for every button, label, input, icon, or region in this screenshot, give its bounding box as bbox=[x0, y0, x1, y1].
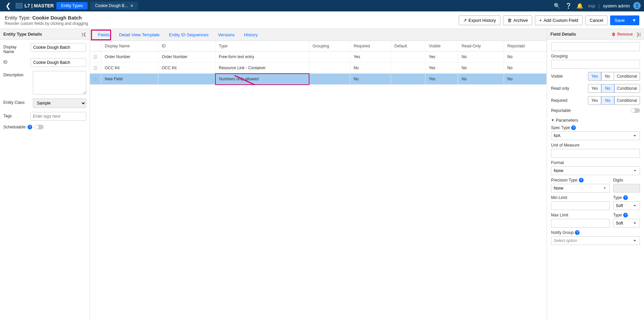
unit-label: Unit of Measure bbox=[551, 143, 640, 148]
min-limit-label: Min Limit bbox=[551, 195, 610, 200]
notify-group-label: Notify Group bbox=[551, 230, 574, 235]
tab-id-sequences[interactable]: Entity ID Sequences bbox=[164, 29, 213, 41]
export-history-button[interactable]: ↗Export History bbox=[459, 15, 500, 25]
col-grouping[interactable]: Grouping bbox=[309, 41, 350, 51]
format-label: Format bbox=[551, 160, 640, 165]
grouping-input[interactable] bbox=[551, 60, 640, 69]
tab-fields[interactable]: Fields bbox=[93, 29, 114, 41]
breadcrumb-tab[interactable]: Cookie Dough B... × bbox=[90, 2, 138, 10]
drag-handle-icon[interactable]: ☰ bbox=[93, 76, 98, 82]
description-label: Description bbox=[3, 71, 30, 77]
drag-handle-icon[interactable]: ☰ bbox=[93, 65, 98, 71]
col-id[interactable]: ID bbox=[158, 41, 215, 51]
required-toggle[interactable]: Yes No Conditional bbox=[588, 96, 640, 105]
help-icon[interactable]: ? bbox=[623, 213, 628, 217]
table-row-selected[interactable]: ☰ New Field Numbers only allowed No Yes … bbox=[90, 74, 547, 85]
fields-grid: Display Name ID Type Grouping Required D… bbox=[90, 41, 547, 85]
tags-input[interactable] bbox=[30, 112, 86, 121]
save-button[interactable]: Save bbox=[610, 15, 629, 25]
description-input[interactable] bbox=[33, 71, 86, 94]
help-icon[interactable]: ? bbox=[575, 230, 580, 235]
precision-type-label: Precision Type bbox=[551, 178, 578, 183]
spec-type-select[interactable]: N/A bbox=[551, 131, 640, 140]
parameters-section-header[interactable]: ▼ Parameters bbox=[551, 118, 640, 123]
cancel-button[interactable]: Cancel bbox=[585, 15, 607, 25]
save-dropdown[interactable]: ▼ bbox=[629, 15, 639, 25]
tab-history[interactable]: History bbox=[239, 29, 262, 41]
tags-label: Tags bbox=[3, 112, 28, 118]
min-type-select[interactable]: Soft bbox=[613, 201, 640, 210]
archive-icon: 🗑 bbox=[507, 18, 512, 23]
help-icon[interactable]: ? bbox=[579, 178, 584, 183]
drag-handle-icon[interactable]: ☰ bbox=[93, 54, 98, 59]
col-default[interactable]: Default bbox=[391, 41, 426, 51]
col-reportable[interactable]: Reportabl bbox=[504, 41, 546, 51]
format-select[interactable]: None bbox=[551, 166, 640, 175]
digits-input bbox=[613, 184, 640, 193]
id-input[interactable] bbox=[31, 58, 86, 67]
id-label: ID bbox=[3, 58, 28, 65]
archive-button[interactable]: 🗑Archive bbox=[503, 15, 532, 25]
reportable-label: Reportable bbox=[551, 108, 571, 113]
logo-icon bbox=[16, 3, 22, 8]
user-section: esp | system admin 👤 bbox=[588, 2, 641, 9]
col-required[interactable]: Required bbox=[350, 41, 391, 51]
grid-header-row: Display Name ID Type Grouping Required D… bbox=[90, 41, 547, 51]
trash-icon: 🗑 bbox=[612, 32, 616, 37]
avatar[interactable]: 👤 bbox=[633, 2, 641, 9]
right-panel: Field Details 🗑Remove ❯| Grouping Visibl… bbox=[547, 29, 644, 321]
required-label: Required bbox=[551, 98, 567, 103]
entity-class-label: Entity Class bbox=[3, 98, 30, 105]
tab-detail-view[interactable]: Detail View Template bbox=[114, 29, 164, 41]
col-type[interactable]: Type bbox=[215, 41, 309, 51]
tab-versions[interactable]: Versions bbox=[213, 29, 239, 41]
back-button[interactable]: ❮ bbox=[3, 2, 13, 10]
collapse-right-icon[interactable]: ❯| bbox=[636, 32, 641, 37]
max-limit-input[interactable] bbox=[551, 219, 610, 228]
help-icon[interactable]: ? bbox=[623, 195, 628, 200]
unit-input[interactable] bbox=[551, 149, 640, 158]
tabs-bar: Fields Detail View Template Entity ID Se… bbox=[90, 29, 547, 41]
help-icon[interactable]: ? bbox=[571, 125, 576, 130]
add-custom-field-button[interactable]: +Add Custom Field bbox=[535, 15, 583, 25]
reportable-toggle[interactable] bbox=[631, 108, 640, 113]
min-limit-input[interactable] bbox=[551, 201, 610, 210]
page-header: Entity Type: Cookie Dough Batch Reorder … bbox=[0, 11, 644, 29]
col-readonly[interactable]: Read-Only bbox=[458, 41, 504, 51]
collapse-left-icon[interactable]: |❮ bbox=[82, 32, 86, 37]
entity-types-pill[interactable]: Entity Types bbox=[56, 2, 88, 9]
title-prefix: Entity Type: bbox=[5, 15, 32, 21]
schedulable-toggle[interactable] bbox=[34, 125, 44, 129]
center-panel: Fields Detail View Template Entity ID Se… bbox=[90, 29, 547, 321]
search-icon[interactable]: 🔍 bbox=[554, 3, 560, 9]
max-limit-label: Max Limit bbox=[551, 213, 610, 217]
help-icon[interactable]: ❔ bbox=[565, 3, 572, 9]
help-icon[interactable]: ? bbox=[28, 125, 32, 129]
visible-label: Visible bbox=[551, 74, 563, 79]
table-row[interactable]: ☰ OCC Kit OCC Kit Resource Link - Contai… bbox=[90, 63, 547, 74]
display-name-label: Display Name bbox=[3, 43, 28, 54]
entity-class-select[interactable]: Sample bbox=[33, 98, 86, 108]
max-type-label: Type bbox=[613, 213, 622, 217]
col-display-name[interactable]: Display Name bbox=[101, 41, 158, 51]
readonly-toggle[interactable]: Yes No Conditional bbox=[588, 84, 640, 93]
visible-toggle[interactable]: Yes No Conditional bbox=[588, 72, 640, 81]
left-panel: Entity Type Details |❮ Display Name ID D… bbox=[0, 29, 90, 321]
field-name-input[interactable] bbox=[551, 42, 640, 51]
display-name-input[interactable] bbox=[31, 43, 86, 52]
tab-label: Cookie Dough B... bbox=[95, 3, 128, 8]
app-logo: L7 | MASTER bbox=[16, 3, 54, 8]
top-bar: ❮ L7 | MASTER Entity Types Cookie Dough … bbox=[0, 0, 644, 11]
table-row[interactable]: ☰ Order Number Order Number Free-form te… bbox=[90, 51, 547, 63]
left-panel-title: Entity Type Details bbox=[3, 32, 42, 37]
col-visible[interactable]: Visible bbox=[425, 41, 458, 51]
notify-group-select[interactable]: Select option bbox=[551, 236, 640, 245]
plus-icon: + bbox=[539, 18, 542, 23]
max-type-select[interactable]: Soft bbox=[613, 219, 640, 228]
esp-label: esp bbox=[588, 3, 595, 8]
precision-type-select[interactable]: None bbox=[551, 184, 610, 193]
close-icon[interactable]: × bbox=[131, 3, 133, 8]
caret-down-icon: ▼ bbox=[551, 118, 554, 122]
bell-icon[interactable]: 🔔 bbox=[577, 3, 583, 9]
remove-button[interactable]: 🗑Remove bbox=[612, 32, 633, 37]
